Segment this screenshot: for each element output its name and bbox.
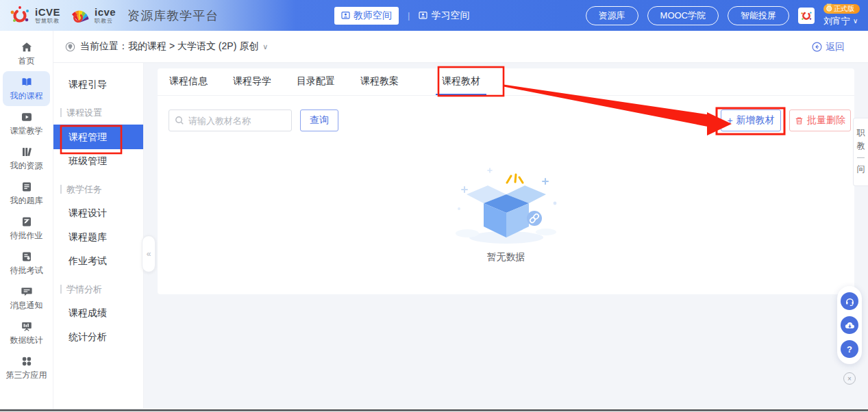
nav-student-label: 学习空间: [431, 10, 469, 22]
submenu-item-class-management[interactable]: 班级管理: [53, 149, 143, 173]
tab-course-info[interactable]: 课程信息: [163, 68, 214, 95]
side-tab-divider: [857, 157, 865, 158]
tab-course-material[interactable]: 课程教材: [436, 68, 486, 95]
sidebar-item-statistics[interactable]: 数据统计: [3, 316, 50, 350]
medal-icon: [825, 3, 834, 13]
brand-area: iCVE 智慧职教 icve 职教云 资源库教学平台: [0, 5, 219, 26]
sidebar-item-label: 待批考试: [10, 265, 43, 276]
floating-menu-close-icon[interactable]: ×: [843, 372, 856, 385]
floating-help-menu: ?: [837, 286, 862, 364]
search-icon: [175, 116, 184, 125]
material-toolbar: 查询 + 新增教材 批量删除: [158, 110, 854, 131]
teacher-space-icon: [341, 11, 350, 20]
apps-grid-icon: [21, 355, 33, 368]
breadcrumb-bar: 当前位置：我的课程 > 大学语文 (2P) 原创 ∨ 返回: [53, 31, 868, 63]
sidebar-item-question-bank[interactable]: 我的题库: [3, 176, 50, 211]
version-badge-label: 正式版: [834, 5, 854, 12]
sidebar-item-home[interactable]: 首页: [3, 36, 50, 71]
search-field-wrap: [169, 110, 292, 131]
course-tabs: 课程信息 课程导学 目录配置 课程教案 课程教材: [158, 68, 854, 96]
sidebar-item-label: 消息通知: [10, 300, 43, 311]
cloud-download-icon: [845, 320, 855, 331]
batch-delete-label: 批量删除: [807, 114, 845, 127]
submenu-collapse-handle[interactable]: «: [142, 235, 156, 272]
user-caret-icon: ∨: [853, 17, 858, 25]
sidebar-item-label: 课堂教学: [10, 125, 43, 137]
version-badge: 正式版: [823, 4, 860, 14]
smart-cast-button[interactable]: 智能投屏: [728, 6, 789, 25]
user-menu[interactable]: 正式版 刘宵宁 ∨: [823, 4, 860, 27]
sidebar-item-label: 我的课程: [10, 90, 43, 102]
primary-sidebar: 首页 我的课程 课堂教学 我的资源 我的题库 待批作业 待批考试 消息通知 数据…: [0, 31, 53, 409]
sidebar-item-third-party-apps[interactable]: 第三方应用: [3, 350, 50, 385]
sidebar-item-my-resources[interactable]: 我的资源: [3, 141, 50, 176]
tab-course-plan[interactable]: 课程教案: [354, 68, 405, 95]
breadcrumb: 当前位置：我的课程 > 大学语文 (2P) 原创: [80, 40, 258, 53]
sidebar-item-pending-homework[interactable]: 待批作业: [3, 211, 50, 246]
submenu-item-course-management[interactable]: 课程管理: [53, 125, 143, 149]
submenu-section-learning-analysis: 学情分析: [53, 277, 143, 301]
mooc-college-button[interactable]: MOOC学院: [647, 6, 719, 25]
icve-swirl-logo-icon: [10, 5, 30, 26]
video-play-icon: [21, 111, 33, 123]
nav-separator: |: [408, 10, 410, 21]
query-button[interactable]: 查询: [300, 110, 338, 131]
stats-board-icon: [21, 320, 33, 333]
nav-teacher-space[interactable]: 教师空间: [334, 7, 399, 25]
question-bank-icon: [21, 181, 33, 193]
trash-icon: [795, 116, 804, 125]
batch-delete-button[interactable]: 批量删除: [789, 110, 851, 131]
brand-primary-sub: 智慧职教: [35, 18, 60, 24]
sidebar-item-notifications[interactable]: 消息通知: [3, 281, 50, 316]
sidebar-item-label: 首页: [18, 55, 35, 67]
app-launcher-icon[interactable]: [798, 8, 815, 24]
breadcrumb-path[interactable]: 我的课程 > 大学语文 (2P) 原创: [128, 40, 258, 51]
submenu-item-homework-exam[interactable]: 作业考试: [53, 249, 143, 273]
tab-catalog-config[interactable]: 目录配置: [290, 68, 341, 95]
icve-shell-logo-icon: [69, 6, 90, 25]
sidebar-item-pending-exams[interactable]: 待批考试: [3, 246, 50, 281]
bottom-scrollbar[interactable]: [0, 409, 868, 411]
submenu-item-course-grades[interactable]: 课程成绩: [53, 301, 143, 325]
plus-icon: +: [727, 115, 732, 126]
add-material-button[interactable]: + 新增教材: [721, 110, 781, 131]
resource-library-button[interactable]: 资源库: [586, 6, 638, 25]
back-arrow-icon: [812, 42, 822, 52]
breadcrumb-prefix: 当前位置：: [80, 40, 128, 51]
header-nav: 教师空间 | 学习空间: [334, 0, 469, 31]
platform-title: 资源库教学平台: [127, 8, 219, 24]
material-search-input[interactable]: [169, 110, 292, 131]
headset-icon: [845, 296, 855, 307]
nav-student-space[interactable]: 学习空间: [419, 10, 469, 22]
side-tab-label-bottom: 问: [856, 163, 865, 176]
download-button[interactable]: [841, 316, 858, 334]
submenu-item-course-design[interactable]: 课程设计: [53, 201, 143, 225]
top-header: iCVE 智慧职教 icve 职教云 资源库教学平台: [0, 0, 868, 31]
sidebar-item-label: 第三方应用: [6, 370, 47, 381]
add-material-label: 新增教材: [736, 114, 775, 127]
sidebar-item-label: 待批作业: [10, 230, 43, 242]
submenu-item-course-guide[interactable]: 课程引导: [53, 73, 143, 96]
sidebar-item-label: 数据统计: [10, 335, 43, 346]
submenu-section-course-settings: 课程设置: [53, 101, 143, 125]
sidebar-item-my-courses[interactable]: 我的课程: [3, 71, 50, 106]
empty-box-illustration: [448, 161, 565, 247]
brand-secondary: icve 职教云: [95, 7, 116, 24]
course-switch-caret-icon[interactable]: ∨: [262, 42, 268, 51]
tab-course-guide[interactable]: 课程导学: [227, 68, 277, 95]
sidebar-item-classroom-teaching[interactable]: 课堂教学: [3, 106, 50, 141]
submenu-item-course-question-bank[interactable]: 课程题库: [53, 225, 143, 249]
bookshelf-icon: [21, 146, 33, 158]
submenu-item-statistical-analysis[interactable]: 统计分析: [53, 325, 143, 349]
vocational-qa-side-tab[interactable]: 职教 问: [853, 118, 868, 186]
student-space-icon: [419, 11, 427, 20]
location-icon: [65, 42, 75, 52]
course-material-card: 课程信息 课程导学 目录配置 课程教案 课程教材 查询 + 新增教材: [158, 68, 854, 294]
back-button[interactable]: 返回: [812, 31, 845, 63]
customer-service-button[interactable]: [841, 292, 858, 310]
help-button[interactable]: ?: [841, 340, 858, 358]
course-submenu: 课程引导 课程设置 课程管理 班级管理 教学任务 课程设计 课程题库 作业考试 …: [53, 63, 144, 409]
brand-secondary-sub: 职教云: [95, 18, 116, 24]
nav-teacher-label: 教师空间: [354, 10, 392, 22]
user-name: 刘宵宁: [823, 15, 850, 27]
